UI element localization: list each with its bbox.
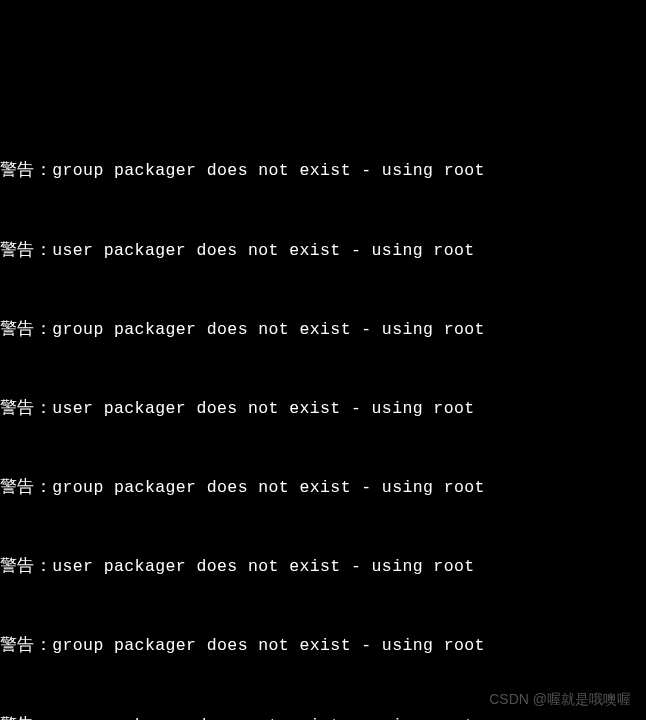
- warning-line: 警告：user packager does not exist - using …: [0, 713, 646, 720]
- warning-line: 警告：user packager does not exist - using …: [0, 238, 646, 264]
- watermark-text: CSDN @喔就是哦噢喔: [489, 688, 631, 710]
- warning-line: 警告：group packager does not exist - using…: [0, 317, 646, 343]
- warning-line: 警告：group packager does not exist - using…: [0, 633, 646, 659]
- warning-line: 警告：group packager does not exist - using…: [0, 158, 646, 184]
- warning-line: 警告：group packager does not exist - using…: [0, 475, 646, 501]
- warning-line: 警告：user packager does not exist - using …: [0, 554, 646, 580]
- warning-line: 警告：user packager does not exist - using …: [0, 396, 646, 422]
- terminal-output: 警告：group packager does not exist - using…: [0, 106, 646, 720]
